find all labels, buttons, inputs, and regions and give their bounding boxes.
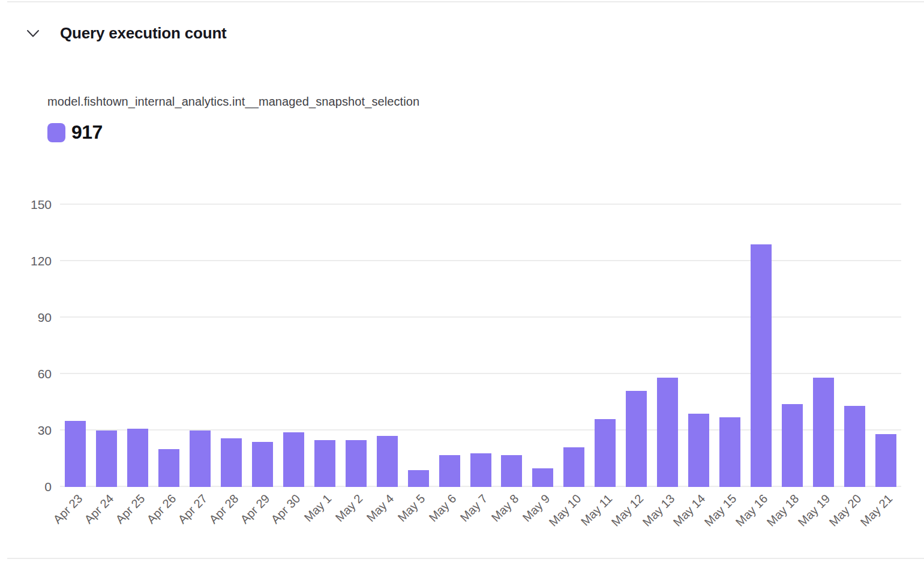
y-axis-tick-label: 90 [38, 310, 52, 325]
x-axis-tick-label: May 11 [578, 492, 615, 529]
x-axis-tick-label: May 18 [764, 492, 802, 530]
x-axis-tick-label: Apr 25 [113, 492, 148, 527]
bar-apr-30[interactable] [283, 432, 304, 487]
bar-may-15[interactable] [719, 417, 740, 487]
bottom-divider [7, 558, 924, 559]
bar-apr-24[interactable] [96, 431, 117, 487]
bar-may-14[interactable] [688, 414, 709, 487]
bar-may-2[interactable] [346, 440, 367, 487]
x-axis-tick-label: May 5 [395, 492, 428, 525]
gridline-y-120 [60, 260, 901, 261]
legend-color-swatch [47, 123, 65, 142]
bar-may-7[interactable] [470, 453, 491, 487]
x-axis-tick-label: May 16 [733, 492, 771, 530]
bar-may-4[interactable] [377, 436, 398, 487]
x-axis-tick-label: May 14 [671, 492, 709, 530]
top-divider [7, 1, 924, 2]
bar-apr-27[interactable] [190, 431, 211, 487]
bar-may-10[interactable] [563, 447, 584, 487]
x-axis-tick-label: Apr 28 [206, 492, 241, 527]
y-axis-tick-label: 60 [38, 367, 52, 381]
x-axis-tick-label: May 10 [546, 492, 584, 530]
gridline-y-90 [60, 316, 901, 318]
x-axis-tick-label: May 19 [796, 492, 833, 530]
panel-header: Query execution count [26, 24, 227, 43]
chevron-down-icon [26, 29, 40, 38]
x-axis-tick-label: Apr 27 [175, 492, 210, 527]
bar-may-9[interactable] [532, 468, 553, 487]
bar-may-13[interactable] [657, 378, 678, 487]
bar-apr-29[interactable] [252, 442, 273, 487]
collapse-section-button[interactable] [26, 27, 40, 40]
x-axis-tick-label: May 15 [702, 492, 740, 530]
bar-chart-plot-area: 0306090120150Apr 23Apr 24Apr 25Apr 26Apr… [60, 205, 901, 487]
x-axis-tick-label: May 2 [333, 492, 366, 525]
gridline-y-150 [60, 204, 901, 205]
x-axis-tick-label: Apr 24 [82, 492, 116, 527]
x-axis-tick-label: May 1 [302, 492, 335, 525]
y-axis-tick-label: 120 [31, 254, 52, 268]
x-axis-tick-label: May 8 [488, 492, 521, 525]
bar-may-5[interactable] [408, 470, 429, 487]
bar-may-18[interactable] [782, 404, 803, 487]
legend-total-count: 917 [71, 121, 103, 144]
x-axis-tick-label: May 7 [457, 492, 490, 525]
bar-may-20[interactable] [844, 406, 865, 487]
bar-may-11[interactable] [595, 419, 616, 487]
bar-may-8[interactable] [501, 455, 522, 487]
gridline-y-60 [60, 373, 901, 374]
bar-may-12[interactable] [626, 391, 647, 487]
y-axis-tick-label: 30 [38, 423, 52, 438]
bar-apr-26[interactable] [158, 449, 179, 487]
page-title: Query execution count [60, 24, 227, 43]
x-axis-tick-label: May 4 [364, 492, 397, 525]
y-axis-tick-label: 0 [44, 480, 52, 494]
bar-may-6[interactable] [439, 455, 460, 487]
x-axis-tick-label: Apr 30 [269, 492, 304, 527]
bar-may-1[interactable] [314, 440, 335, 487]
x-axis-tick-label: May 6 [427, 492, 460, 525]
x-axis-tick-label: Apr 26 [144, 492, 179, 527]
x-axis-tick-label: May 12 [608, 492, 646, 530]
bar-apr-28[interactable] [221, 438, 242, 487]
bar-apr-23[interactable] [65, 421, 86, 487]
bar-apr-25[interactable] [127, 429, 148, 487]
bar-may-16[interactable] [751, 244, 772, 487]
x-axis-tick-label: May 13 [640, 492, 677, 530]
y-axis-tick-label: 150 [31, 198, 52, 212]
x-axis-tick-label: May 20 [827, 492, 865, 530]
x-axis-tick-label: Apr 23 [50, 492, 85, 527]
bar-may-21[interactable] [875, 434, 896, 487]
series-model-name: model.fishtown_internal_analytics.int__m… [47, 95, 419, 109]
x-axis-tick-label: May 21 [858, 492, 896, 530]
query-execution-panel: { "header": { "title": "Query execution … [0, 0, 924, 562]
x-axis-tick-label: Apr 29 [238, 492, 272, 527]
legend-item[interactable]: 917 [47, 121, 103, 144]
gridline-y-30 [60, 429, 901, 431]
bar-may-19[interactable] [813, 378, 834, 487]
